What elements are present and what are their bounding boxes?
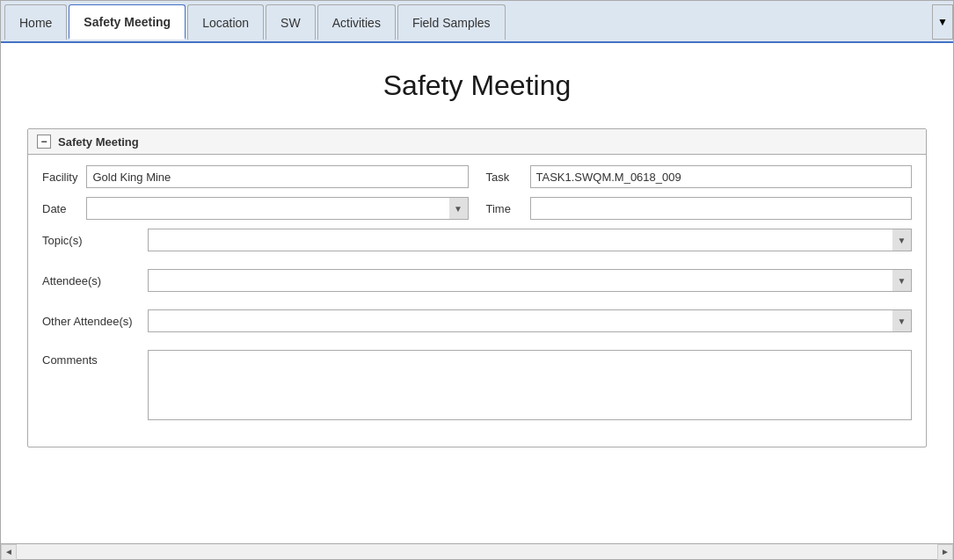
tab-location-label: Location: [202, 16, 249, 30]
right-arrow-icon: ►: [941, 547, 950, 556]
date-input[interactable]: [86, 197, 469, 220]
task-label: Task: [486, 171, 530, 184]
topics-dropdown-arrow[interactable]: ▼: [892, 229, 912, 251]
tab-sw-label: SW: [280, 16, 301, 30]
scroll-track[interactable]: [17, 544, 937, 559]
topics-row: Topic(s) ▼: [42, 229, 912, 251]
attendees-input[interactable]: [148, 269, 912, 292]
comments-label: Comments: [42, 350, 148, 367]
scroll-left-arrow[interactable]: ◄: [1, 544, 17, 560]
tab-home[interactable]: Home: [4, 4, 67, 40]
other-attendees-input[interactable]: [148, 309, 912, 332]
section-header: − Safety Meeting: [28, 129, 926, 155]
attendees-label: Attendee(s): [42, 274, 148, 287]
comments-textarea[interactable]: [148, 350, 912, 420]
left-arrow-icon: ◄: [4, 547, 13, 556]
tab-sw[interactable]: SW: [266, 4, 316, 40]
app-container: Home Safety Meeting Location SW Activiti…: [0, 0, 954, 560]
tab-safety-meeting[interactable]: Safety Meeting: [69, 4, 186, 40]
topics-input[interactable]: [148, 229, 912, 251]
topics-label: Topic(s): [42, 234, 148, 247]
facility-input[interactable]: [86, 165, 468, 188]
safety-meeting-panel: − Safety Meeting Facility Task: [27, 128, 927, 447]
collapse-icon: −: [40, 135, 47, 148]
spacer2: [42, 301, 912, 309]
attendees-row: Attendee(s) ▼: [42, 269, 912, 292]
facility-task-row: Facility Task: [42, 165, 912, 188]
tab-home-label: Home: [19, 16, 52, 30]
tab-location[interactable]: Location: [187, 4, 264, 40]
time-input[interactable]: [530, 197, 913, 220]
date-dropdown-arrow[interactable]: ▼: [449, 197, 469, 220]
spacer3: [42, 341, 912, 350]
attendees-dropdown-arrow[interactable]: ▼: [892, 269, 912, 292]
main-content: Safety Meeting − Safety Meeting Facility…: [1, 43, 953, 543]
tab-more-icon: ▼: [937, 16, 948, 28]
tab-more-button[interactable]: ▼: [932, 4, 953, 40]
tab-activities[interactable]: Activities: [317, 4, 396, 40]
section-body: Facility Task Date ▼: [28, 155, 926, 447]
other-attendees-dropdown-arrow[interactable]: ▼: [892, 309, 912, 332]
bottom-scrollbar: ◄ ►: [1, 543, 953, 559]
task-col: Task: [486, 165, 913, 188]
other-attendees-select-wrapper: ▼: [148, 309, 912, 332]
time-col: Time: [486, 197, 913, 220]
tab-field-samples-label: Field Samples: [412, 16, 491, 30]
task-input[interactable]: [530, 165, 913, 188]
topics-select-wrapper: ▼: [148, 229, 912, 251]
collapse-button[interactable]: −: [37, 135, 51, 149]
date-select-wrapper: ▼: [86, 197, 469, 220]
date-time-row: Date ▼ Time: [42, 197, 912, 220]
facility-label: Facility: [42, 171, 86, 184]
attendees-select-wrapper: ▼: [148, 269, 912, 292]
section-header-label: Safety Meeting: [58, 135, 139, 149]
tab-safety-meeting-label: Safety Meeting: [84, 15, 171, 29]
scroll-right-arrow[interactable]: ►: [937, 544, 953, 560]
other-attendees-label: Other Attendee(s): [42, 315, 148, 328]
facility-col: Facility: [42, 165, 469, 188]
other-attendees-row: Other Attendee(s) ▼: [42, 309, 912, 332]
date-label: Date: [42, 202, 86, 215]
page-title: Safety Meeting: [27, 69, 927, 102]
tab-field-samples[interactable]: Field Samples: [397, 4, 506, 40]
time-label: Time: [486, 202, 530, 215]
tab-bar: Home Safety Meeting Location SW Activiti…: [1, 1, 953, 43]
tab-activities-label: Activities: [332, 16, 381, 30]
date-col: Date ▼: [42, 197, 469, 220]
comments-row: Comments: [42, 350, 912, 420]
spacer1: [42, 260, 912, 269]
